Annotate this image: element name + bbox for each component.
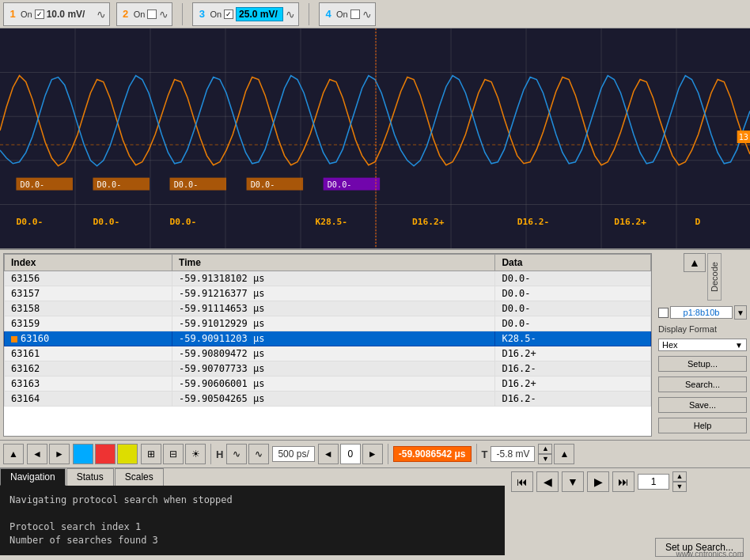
svg-text:D0.0-: D0.0- [251,180,275,189]
table-row[interactable]: 63162-59.90707733 μsD16.2- [5,361,651,376]
nav-right-panel: ⏮ ◀ ▼ ▶ ⏭ 1 ▲ ▼ Set up Search... [505,468,750,560]
nav-first-btn[interactable]: ⏮ [511,471,533,492]
table-row[interactable]: 63157-59.91216377 μsD0.0- [5,286,651,301]
channel-2-control[interactable]: 2 On ∿ [116,2,173,26]
trigger-up-btn[interactable]: ▲ [3,444,24,464]
table-row[interactable]: 63163-59.90606001 μsD16.2+ [5,376,651,392]
ch4-wave-icon: ∿ [362,8,372,21]
tab-navigation[interactable]: Navigation [0,468,66,486]
scope-display: D0.0- D0.0- D0.0- D0.0- D0.0- D0.0- D0.0… [0,28,750,250]
table-cell-time: -59.90606001 μs [172,376,495,392]
table-cell-data: D16.2+ [495,376,651,392]
svg-text:D16.2-: D16.2- [517,217,550,227]
brightness-btn[interactable]: ☀ [185,444,206,464]
table-cell-data: D0.0- [495,286,651,301]
table-cell-time: -59.91114653 μs [172,301,495,316]
svg-text:D0.0-: D0.0- [16,217,43,227]
volt-down-btn[interactable]: ▼ [538,454,552,464]
ch2-checkbox[interactable] [147,9,157,19]
table-scroll[interactable]: Index Time Data 63156-59.91318102 μsD0.0… [4,254,651,436]
ch4-checkbox[interactable] [350,9,360,19]
volt-up-btn[interactable]: ▲ [538,444,552,454]
table-cell-index: 63160 [5,331,172,346]
table-cell-data: D16.2+ [495,346,651,361]
channel-4-control[interactable]: 4 On ∿ [319,2,376,26]
svg-text:D0.0-: D0.0- [328,180,352,189]
ch3-wave-icon: ∿ [286,8,295,21]
data-table-container: Index Time Data 63156-59.91318102 μsD0.0… [3,253,652,437]
channel-3-control[interactable]: 3 On 25.0 mV/ ∿ [192,2,299,26]
ch3-checkbox[interactable] [224,9,233,19]
toolbar-sep-2 [309,3,309,25]
format-select[interactable]: Hex ▼ [658,339,747,351]
t-label: T [482,448,488,460]
ch4-state: On [336,9,348,19]
wave-btn-1[interactable]: ∿ [226,444,247,464]
nav-left-btn[interactable]: ◄ [27,444,47,464]
time-scale-display: 500 ps/ [272,446,314,462]
table-cell-index: 63162 [5,361,172,376]
ch-blue-btn[interactable] [73,444,93,464]
mode-btn-1[interactable]: ⊞ [141,444,161,464]
svg-text:D0.0-: D0.0- [93,217,119,227]
mode-group: ⊞ ⊟ ☀ [141,444,206,464]
tab-status[interactable]: Status [66,468,114,486]
col-header-data: Data [495,255,651,271]
nav-down-btn[interactable]: ▼ [562,471,584,492]
ch2-wave-icon: ∿ [159,8,169,21]
nav-right-btn[interactable]: ► [49,444,70,464]
display-format-label: Display Format [658,324,747,334]
data-area: Index Time Data 63156-59.91318102 μsD0.0… [0,250,750,440]
scroll-up-btn[interactable]: ▲ [684,253,706,272]
table-cell-data: D16.2- [495,361,651,376]
ch-red-btn[interactable] [95,444,116,464]
data-table: Index Time Data 63156-59.91318102 μsD0.0… [4,254,651,407]
table-cell-time: -59.90707733 μs [172,361,495,376]
svg-text:D0.0-: D0.0- [174,180,199,189]
table-cell-index: 63163 [5,376,172,392]
wave-btn-2[interactable]: ∿ [248,444,269,464]
cursor-next-btn[interactable]: ► [362,444,383,464]
tab-scales[interactable]: Scales [115,468,164,486]
help-btn[interactable]: Help [658,418,747,433]
p1-dropdown-btn[interactable]: ▼ [734,305,747,320]
save-btn[interactable]: Save... [658,397,747,413]
table-row[interactable]: 63156-59.91318102 μsD0.0- [5,271,651,286]
svg-text:D0.0-: D0.0- [21,180,45,189]
table-row[interactable]: 63159-59.91012929 μsD0.0- [5,316,651,331]
table-cell-time: -59.91012929 μs [172,316,495,331]
nav-idx-down-btn[interactable]: ▼ [672,482,687,492]
table-cell-index: 63157 [5,286,172,301]
ch1-state: On [21,9,32,19]
mode-btn-2[interactable]: ⊟ [163,444,184,464]
table-cell-time: -59.91216377 μs [172,286,495,301]
tab-bar: Navigation Status Scales [0,468,505,486]
cursor-prev-btn[interactable]: ◄ [318,444,339,464]
ch-yellow-btn[interactable] [117,444,138,464]
table-row[interactable]: 63160-59.90911203 μsK28.5- [5,331,651,346]
nav-left-panel: Navigation Status Scales Navigating prot… [0,468,505,560]
nav-idx-up-btn[interactable]: ▲ [672,471,687,482]
setup-btn[interactable]: Setup... [658,356,747,372]
p1-checkbox[interactable] [658,308,669,318]
ch3-state: On [210,9,222,19]
volt-ref-btn[interactable]: ▲ [554,444,574,464]
nav-prev-btn[interactable]: ◀ [536,471,559,492]
ch3-voltage: 25.0 mV/ [236,7,283,21]
table-cell-index: 63158 [5,301,172,316]
channel-1-control[interactable]: 1 On 10.0 mV/ ∿ [3,2,110,26]
nav-last-btn[interactable]: ⏭ [612,471,634,492]
table-cell-index: 63159 [5,316,172,331]
ch1-checkbox[interactable] [35,9,44,19]
nav-next-btn[interactable]: ▶ [587,471,609,492]
nav-info-line2 [9,508,495,519]
table-row[interactable]: 63164-59.90504265 μsD16.2- [5,392,651,407]
table-cell-data: D16.2- [495,392,651,407]
search-btn[interactable]: Search... [658,376,747,392]
nav-tabs-area: Navigation Status Scales Navigating prot… [0,468,750,560]
scope-waveform: D0.0- D0.0- D0.0- D0.0- D0.0- D0.0- D0.0… [0,28,750,248]
ch4-number: 4 [323,8,334,20]
table-row[interactable]: 63161-59.90809472 μsD16.2+ [5,346,651,361]
time-nav-group: ∿ ∿ [226,444,269,464]
table-row[interactable]: 63158-59.91114653 μsD0.0- [5,301,651,316]
